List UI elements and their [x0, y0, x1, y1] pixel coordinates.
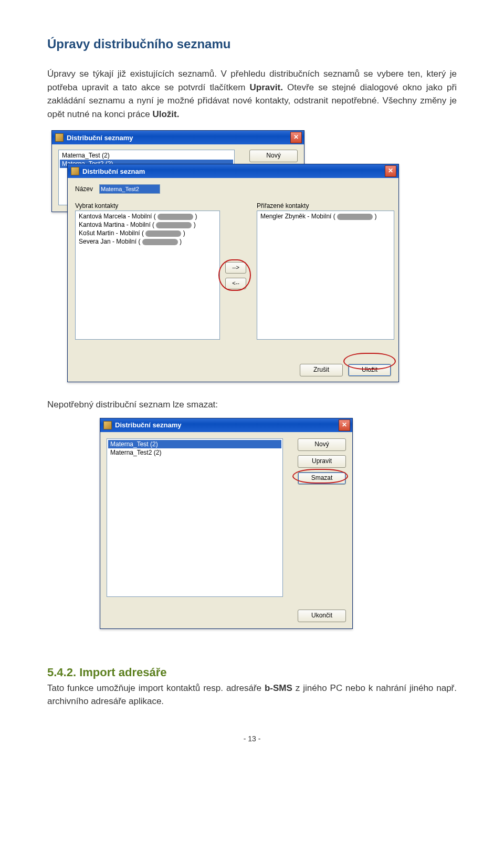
paragraph-1: Úpravy se týkají již existujících seznam…	[47, 67, 457, 121]
list-item[interactable]: Severa Jan - Mobilní ( )	[77, 237, 218, 246]
lists-listbox[interactable]: Materna_Test (2) Materna_Test2 (2)	[107, 438, 283, 597]
app-icon	[55, 133, 64, 142]
screenshot-delete-distribution: Distribuční seznamy ✕ Materna_Test (2) M…	[100, 418, 353, 629]
redacted-phone	[142, 239, 178, 245]
list-item[interactable]: Mengler Zbyněk - Mobilní ( )	[258, 212, 393, 221]
available-contacts-listbox[interactable]: Kantová Marcela - Mobilní ( ) Kantová Ma…	[75, 211, 220, 340]
redacted-phone	[156, 222, 192, 228]
move-left-button[interactable]: <--	[225, 278, 246, 289]
list-item[interactable]: Kantová Martina - Mobilní ( )	[77, 221, 218, 229]
left-list-label: Vybrat kontakty	[75, 202, 118, 209]
app-icon	[71, 167, 79, 175]
list-item[interactable]: Materna_Test (2)	[108, 440, 281, 448]
close-button[interactable]: Ukončit	[298, 610, 346, 622]
page-number: - 13 -	[47, 734, 457, 743]
bold-ulozit: Uložit.	[152, 109, 179, 119]
redacted-phone	[145, 230, 181, 237]
delete-button[interactable]: Smazat	[298, 472, 346, 485]
app-icon	[103, 421, 112, 429]
redacted-phone	[337, 214, 373, 220]
new-button[interactable]: Nový	[249, 150, 298, 162]
right-list-label: Přiřazené kontakty	[257, 202, 309, 209]
move-right-button[interactable]: -->	[225, 262, 246, 274]
window-title: Distribuční seznam	[82, 167, 385, 175]
section-heading: Úpravy distribučního seznamu	[47, 37, 457, 51]
list-item[interactable]: Materna_Test2 (2)	[108, 448, 281, 457]
text: Severa Jan - Mobilní (	[79, 238, 140, 245]
text: Mengler Zbyněk - Mobilní (	[260, 213, 335, 220]
redacted-phone	[158, 214, 193, 220]
text: Košut Martin - Mobilní (	[79, 229, 144, 237]
close-icon[interactable]: ✕	[290, 132, 302, 143]
list-item[interactable]: Materna_Test (2)	[60, 151, 233, 160]
paragraph-2: Nepotřebný distribuční seznam lze smazat…	[47, 398, 457, 412]
bold-upravit: Upravit.	[250, 82, 283, 92]
text: Kantová Marcela - Mobilní (	[79, 213, 156, 220]
text: Kantová Martina - Mobilní (	[79, 221, 154, 228]
edit-button[interactable]: Upravit	[298, 455, 346, 468]
window-title: Distribuční seznamy	[115, 421, 339, 429]
new-button[interactable]: Nový	[298, 438, 346, 451]
screenshot-edit-distribution: Distribuční seznamy ✕ Materna_Test (2) M…	[51, 130, 398, 377]
close-icon[interactable]: ✕	[385, 165, 396, 177]
bold-bsms: b-SMS	[265, 683, 292, 693]
list-item[interactable]: Košut Martin - Mobilní ( )	[77, 229, 218, 237]
paragraph-3: Tato funkce umožňuje import kontaktů res…	[47, 681, 457, 708]
assigned-contacts-listbox[interactable]: Mengler Zbyněk - Mobilní ( )	[257, 211, 394, 340]
subsection-heading: 5.4.2. Import adresáře	[47, 666, 457, 679]
window-distribution-edit: Distribuční seznam ✕ Název Materna_Test2…	[67, 164, 399, 382]
text: Tato funkce umožňuje import kontaktů res…	[47, 683, 265, 693]
list-item[interactable]: Kantová Marcela - Mobilní ( )	[77, 212, 218, 221]
save-button[interactable]: Uložit	[348, 364, 391, 376]
close-icon[interactable]: ✕	[339, 419, 350, 431]
name-label: Název	[75, 185, 93, 193]
window-title: Distribuční seznamy	[67, 134, 290, 142]
name-field[interactable]: Materna_Test2	[99, 184, 160, 194]
cancel-button[interactable]: Zrušit	[300, 364, 343, 376]
